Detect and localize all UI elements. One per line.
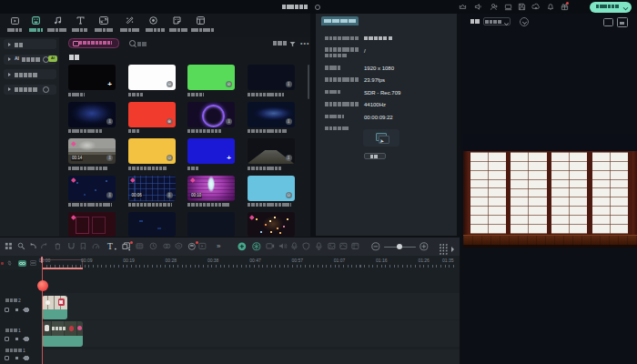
- svg-text:T: T: [107, 241, 113, 251]
